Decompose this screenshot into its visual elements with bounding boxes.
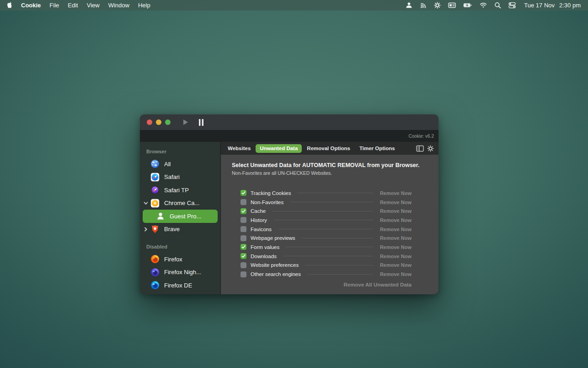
remove-all-unwanted-data-button[interactable]: Remove All Unwanted Data xyxy=(241,282,412,287)
checkbox-favicons[interactable] xyxy=(241,226,246,232)
chevron-right-icon[interactable] xyxy=(144,227,150,232)
data-row-favicons: FaviconsRemove Now xyxy=(241,225,412,234)
checkbox-cache[interactable] xyxy=(241,208,246,214)
sidebar-item-brave[interactable]: Brave xyxy=(140,223,220,236)
wifi-icon[interactable] xyxy=(480,2,487,8)
settings-gear-icon[interactable] xyxy=(427,145,434,152)
sidebar-item-chrome-ca[interactable]: Chrome Ca... xyxy=(140,197,220,210)
tab-removal-options[interactable]: Removal Options xyxy=(303,144,354,153)
menu-bar-clock[interactable]: 2:30 pm xyxy=(559,2,581,9)
apple-menu-icon[interactable] xyxy=(6,2,12,9)
tab-bar: WebsitesUnwanted DataRemoval OptionsTime… xyxy=(221,142,438,155)
play-icon[interactable] xyxy=(182,119,188,125)
data-item-label: Favicons xyxy=(251,227,272,232)
data-item-label: Form values xyxy=(251,244,279,250)
data-row-non-favorites: Non-FavoritesRemove Now xyxy=(241,198,412,207)
firefox-de-icon xyxy=(150,281,160,290)
battery-charging-icon[interactable] xyxy=(463,2,472,9)
remove-now-button-favicons[interactable]: Remove Now xyxy=(379,227,412,232)
control-center-icon[interactable] xyxy=(508,2,516,9)
user-icon[interactable] xyxy=(406,2,412,9)
display-card-icon[interactable] xyxy=(448,2,456,9)
chrome-canary-icon xyxy=(150,199,160,208)
panel-title: Select Unwanted Data for AUTOMATIC REMOV… xyxy=(232,162,438,168)
sidebar-item-label: Safari TP xyxy=(164,187,189,194)
row-divider xyxy=(283,256,373,256)
chevron-down-icon[interactable] xyxy=(144,201,150,206)
checkbox-form-values[interactable] xyxy=(241,244,246,250)
row-divider xyxy=(278,229,373,229)
safari-tp-icon xyxy=(150,185,160,195)
window-titlebar[interactable] xyxy=(140,114,438,130)
zoom-button[interactable] xyxy=(165,119,171,125)
row-divider xyxy=(302,238,373,238)
remove-now-button-webpage-previews[interactable]: Remove Now xyxy=(379,235,412,241)
sidebar-item-firefox-de[interactable]: Firefox DE xyxy=(140,279,220,292)
data-item-label: Non-Favorites xyxy=(251,200,283,205)
sidebar-item-firefox-nigh[interactable]: Firefox Nigh... xyxy=(140,266,220,279)
data-row-form-values: Form valuesRemove Now xyxy=(241,243,412,252)
checkbox-downloads[interactable] xyxy=(241,253,246,259)
sidebar-item-chrome[interactable]: Chrome xyxy=(140,292,220,295)
data-item-label: History xyxy=(251,217,267,223)
row-divider xyxy=(305,265,373,265)
checkbox-other-search-engines[interactable] xyxy=(241,271,246,277)
checkbox-non-favorites[interactable] xyxy=(241,199,246,205)
search-icon[interactable] xyxy=(494,2,501,9)
data-row-tracking-cookies: Tracking CookiesRemove Now xyxy=(241,189,412,198)
menu-help[interactable]: Help xyxy=(138,2,150,9)
tab-timer-options[interactable]: Timer Options xyxy=(355,144,399,153)
menu-window[interactable]: Window xyxy=(108,2,129,9)
tab-unwanted-data[interactable]: Unwanted Data xyxy=(256,144,302,153)
checkbox-history[interactable] xyxy=(241,217,246,223)
data-row-other-search-engines: Other search enginesRemove Now xyxy=(241,270,412,279)
safari-icon xyxy=(150,173,160,182)
menu-edit[interactable]: Edit xyxy=(68,2,78,9)
sidebar-item-label: All xyxy=(164,161,171,168)
data-row-webpage-previews: Webpage previewsRemove Now xyxy=(241,233,412,243)
checkbox-webpage-previews[interactable] xyxy=(241,235,246,241)
remove-now-button-cache[interactable]: Remove Now xyxy=(379,208,412,214)
sidebar-item-all[interactable]: All xyxy=(140,157,220,171)
remove-now-button-form-values[interactable]: Remove Now xyxy=(379,244,412,250)
minimize-button[interactable] xyxy=(156,119,161,125)
remove-now-button-downloads[interactable]: Remove Now xyxy=(379,254,412,259)
guest-icon xyxy=(156,211,165,221)
sidebar-toggle-icon[interactable] xyxy=(416,145,424,152)
data-row-website-preferences: Website preferencesRemove Now xyxy=(241,261,412,270)
menu-view[interactable]: View xyxy=(87,2,100,9)
menu-file[interactable]: File xyxy=(49,2,59,9)
close-button[interactable] xyxy=(147,119,152,125)
data-item-label: Cache xyxy=(251,208,266,214)
pause-icon[interactable] xyxy=(198,119,204,126)
menu-bar: Cookie FileEditViewWindowHelp Tue 17 Nov… xyxy=(0,0,588,11)
remove-now-button-other-search-engines[interactable]: Remove Now xyxy=(379,271,412,277)
sidebar-item-label: Chrome Ca... xyxy=(164,200,199,206)
sidebar-item-firefox[interactable]: Firefox xyxy=(140,253,220,266)
remove-now-button-non-favorites[interactable]: Remove Now xyxy=(379,200,412,205)
menu-bar-date[interactable]: Tue 17 Nov xyxy=(524,2,555,9)
gear-icon[interactable] xyxy=(434,2,441,9)
remove-now-button-website-preferences[interactable]: Remove Now xyxy=(379,262,412,268)
sidebar-item-guest-pro[interactable]: Guest Pro... xyxy=(143,210,218,223)
row-divider xyxy=(307,274,373,275)
data-row-history: HistoryRemove Now xyxy=(241,216,412,225)
app-menu-title[interactable]: Cookie xyxy=(21,2,41,9)
remove-now-button-tracking-cookies[interactable]: Remove Now xyxy=(379,190,412,196)
data-item-label: Tracking Cookies xyxy=(251,190,291,196)
data-row-cache: CacheRemove Now xyxy=(241,206,412,216)
row-divider xyxy=(290,202,373,202)
sidebar-item-safari[interactable]: Safari xyxy=(140,171,220,184)
tab-websites[interactable]: Websites xyxy=(224,144,255,153)
sidebar-section-header-browser: Browser xyxy=(140,146,220,157)
sidebar-item-safari-tp[interactable]: Safari TP xyxy=(140,184,220,197)
data-item-label: Website preferences xyxy=(251,262,299,268)
remove-now-button-history[interactable]: Remove Now xyxy=(379,217,412,223)
checkbox-website-preferences[interactable] xyxy=(241,262,246,268)
radio-waves-icon[interactable] xyxy=(420,2,427,9)
data-row-downloads: DownloadsRemove Now xyxy=(241,252,412,261)
sidebar-item-label: Guest Pro... xyxy=(170,213,201,220)
cookie-window: Cookie: v6.2 BrowserAllSafariSafari TPCh… xyxy=(140,114,438,294)
checkbox-tracking-cookies[interactable] xyxy=(241,190,246,196)
sidebar-item-label: Firefox Nigh... xyxy=(164,269,201,276)
